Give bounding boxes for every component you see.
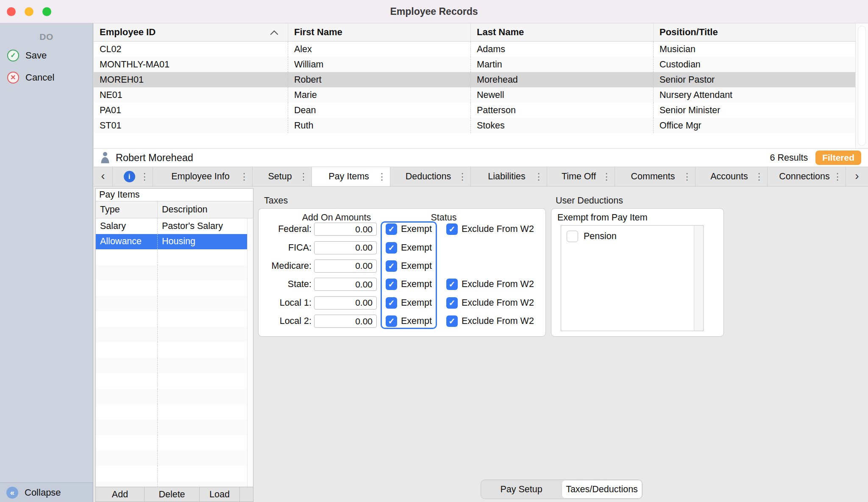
exempt-checkbox[interactable]: ✓ xyxy=(386,260,397,272)
empty-description-cell xyxy=(157,265,247,281)
tax-row-local-1: Local 1:✓Exempt✓Exclude From W2 xyxy=(259,294,545,312)
exempt-checkbox[interactable]: ✓ xyxy=(386,279,397,290)
exempt-checkbox[interactable]: ✓ xyxy=(386,223,397,235)
delete-button[interactable]: Delete xyxy=(145,487,200,502)
tax-amount-input[interactable] xyxy=(314,315,377,328)
tab-label: Connections xyxy=(779,171,834,182)
tab-pay-items[interactable]: Pay Items⋮ xyxy=(312,167,390,186)
tab-deductions[interactable]: Deductions⋮ xyxy=(390,167,471,186)
tab-connections[interactable]: Connections⋮ xyxy=(768,167,846,186)
exclude-from-w2-checkbox[interactable]: ✓ xyxy=(446,223,458,235)
employee-row[interactable]: PA01DeanPattersonSenior Minister xyxy=(94,103,855,118)
employee-row[interactable]: NE01MarieNewellNursery Attendant xyxy=(94,87,855,103)
employee-row[interactable]: CL02AlexAdamsMusician xyxy=(94,42,855,57)
exclude-from-w2-checkbox[interactable]: ✓ xyxy=(446,279,458,290)
tax-row-label: Federal: xyxy=(259,224,312,234)
collapse-button[interactable]: « Collapse xyxy=(0,482,93,502)
exempt-label: Exempt xyxy=(401,224,432,234)
tax-amount-input[interactable] xyxy=(314,241,377,254)
employee-row[interactable]: ST01RuthStokesOffice Mgr xyxy=(94,118,855,133)
user-deductions-list: Pension xyxy=(561,226,694,331)
tax-amount-input[interactable] xyxy=(314,223,377,236)
tab-label: Pay Items xyxy=(328,171,373,182)
column-header-employee-id[interactable]: Employee ID xyxy=(94,23,288,41)
deduction-label: Pension xyxy=(584,231,617,242)
tab-scroll-right[interactable]: › xyxy=(846,167,868,186)
bottom-tab-taxes-deductions[interactable]: Taxes/Deductions xyxy=(562,480,642,499)
cancel-button[interactable]: ✕ Cancel xyxy=(0,67,93,89)
employee-cell-last: Martin xyxy=(470,57,653,72)
pay-item-description: Pastor's Salary xyxy=(157,218,247,234)
tab-menu-icon[interactable]: ⋮ xyxy=(534,171,543,182)
employee-row[interactable]: MOREH01RobertMoreheadSenior Pastor xyxy=(94,72,855,87)
column-header-position[interactable]: Position/Title xyxy=(653,23,855,41)
empty-type-cell xyxy=(96,249,157,265)
exempt-checkbox[interactable]: ✓ xyxy=(386,242,397,254)
tab-label: Employee Info xyxy=(171,171,234,182)
exclude-from-w2-label: Exclude From W2 xyxy=(462,279,534,290)
tab-menu-icon[interactable]: ⋮ xyxy=(239,171,249,182)
tab-setup[interactable]: Setup⋮ xyxy=(253,167,312,186)
employee-cell-id: PA01 xyxy=(94,103,288,118)
tab-comments[interactable]: Comments⋮ xyxy=(615,167,696,186)
deduction-item[interactable]: Pension xyxy=(561,226,694,242)
empty-description-cell xyxy=(157,327,247,343)
cancel-label: Cancel xyxy=(25,72,54,83)
tab-menu-icon[interactable]: ⋮ xyxy=(682,171,692,182)
save-button[interactable]: ✓ Save xyxy=(0,45,93,67)
tax-amount-input[interactable] xyxy=(314,259,377,273)
filtered-badge[interactable]: Filtered xyxy=(815,151,861,165)
tab-time-off[interactable]: Time Off⋮ xyxy=(547,167,615,186)
pay-item-row[interactable]: AllowanceHousing xyxy=(96,234,247,250)
pay-item-row[interactable]: SalaryPastor's Salary xyxy=(96,218,247,234)
pay-item-empty-row xyxy=(96,249,247,265)
employee-row[interactable]: MONTHLY-MA01WilliamMartinCustodian xyxy=(94,57,855,72)
tab-menu-icon[interactable]: ⋮ xyxy=(299,171,308,182)
column-header-first-name[interactable]: First Name xyxy=(288,23,470,41)
tab-scroll-left[interactable]: ‹ xyxy=(94,167,113,186)
deduction-checkbox[interactable] xyxy=(567,231,578,242)
exempt-checkbox[interactable]: ✓ xyxy=(386,297,397,309)
tab-menu-icon[interactable]: ⋮ xyxy=(602,171,611,182)
tab-menu-icon[interactable]: ⋮ xyxy=(140,171,149,182)
exempt-label: Exempt xyxy=(401,298,432,308)
tab-menu-icon[interactable]: ⋮ xyxy=(458,171,467,182)
record-bar: Robert Morehead 6 Results Filtered xyxy=(94,148,868,167)
employee-cell-position: Office Mgr xyxy=(653,118,855,133)
pay-items-scrollbar[interactable] xyxy=(247,218,253,487)
tab-menu-icon[interactable]: ⋮ xyxy=(377,171,387,182)
load-button[interactable]: Load xyxy=(200,487,240,502)
exempt-checkbox[interactable]: ✓ xyxy=(386,315,397,327)
user-deductions-scrollbar[interactable] xyxy=(694,226,703,331)
tax-amount-input[interactable] xyxy=(314,278,377,291)
employee-cell-position: Musician xyxy=(653,42,855,57)
column-header-type[interactable]: Type xyxy=(96,201,157,218)
exempt-label: Exempt xyxy=(401,243,432,253)
exempt-label: Exempt xyxy=(401,316,432,326)
tax-amount-input[interactable] xyxy=(314,296,377,310)
app-window: Employee Records DO ✓ Save ✕ Cancel « Co… xyxy=(0,0,868,502)
tab-label: Setup xyxy=(268,171,296,182)
tab-info[interactable]: i ⋮ xyxy=(113,167,153,186)
minimize-window-icon[interactable] xyxy=(25,7,33,16)
empty-type-cell xyxy=(96,482,157,487)
tab-employee-info[interactable]: Employee Info⋮ xyxy=(153,167,253,186)
bottom-tab-pay-setup[interactable]: Pay Setup xyxy=(481,480,562,499)
employee-cell-position: Nursery Attendant xyxy=(653,87,855,103)
employee-cell-last: Patterson xyxy=(470,103,653,118)
pay-item-empty-row xyxy=(96,265,247,281)
taxes-group-label: Taxes xyxy=(264,195,288,206)
exclude-from-w2-checkbox[interactable]: ✓ xyxy=(446,297,458,309)
column-header-last-name[interactable]: Last Name xyxy=(470,23,653,41)
close-window-icon[interactable] xyxy=(7,7,16,16)
exclude-from-w2-checkbox[interactable]: ✓ xyxy=(446,315,458,327)
zoom-window-icon[interactable] xyxy=(42,7,51,16)
tab-menu-icon[interactable]: ⋮ xyxy=(833,171,842,182)
add-button[interactable]: Add xyxy=(96,487,145,502)
user-deductions-group-box: Exempt from Pay Item Pension xyxy=(551,208,724,337)
employee-table-scrollbar[interactable] xyxy=(855,23,868,148)
tab-menu-icon[interactable]: ⋮ xyxy=(754,171,764,182)
column-header-description[interactable]: Description xyxy=(157,201,253,218)
tab-accounts[interactable]: Accounts⋮ xyxy=(696,167,768,186)
tab-liabilities[interactable]: Liabilities⋮ xyxy=(471,167,547,186)
